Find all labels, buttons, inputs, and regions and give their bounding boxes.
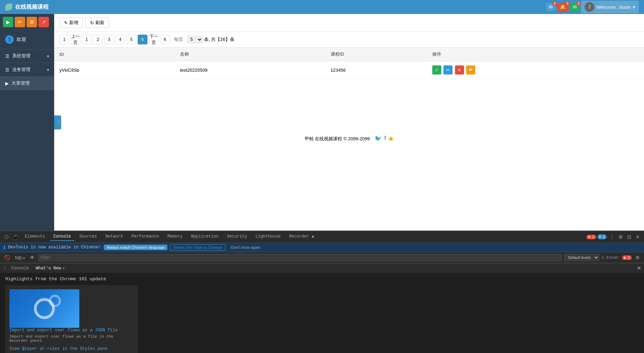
- tab-security[interactable]: Security: [224, 233, 251, 241]
- add-btn[interactable]: ✎ 新增: [59, 17, 83, 28]
- eye-icon-btn[interactable]: 👁: [28, 253, 36, 262]
- tab-lighthouse[interactable]: Lighthouse: [252, 233, 284, 241]
- chevron-down-icon2: ▾: [47, 68, 49, 72]
- tab-elements[interactable]: Elements: [21, 233, 49, 241]
- default-levels-select[interactable]: Default levels: [564, 254, 599, 261]
- page-5[interactable]: 5: [126, 35, 136, 44]
- play-quick-btn[interactable]: ▶: [3, 17, 13, 27]
- device-icon[interactable]: 📱: [11, 233, 20, 241]
- page-last[interactable]: 6: [160, 35, 170, 44]
- clear-console-btn[interactable]: 🚫: [3, 253, 12, 262]
- bottom-more-icon: ⋮: [3, 266, 7, 271]
- bottom-tab-console[interactable]: Console: [8, 265, 31, 271]
- page-prev[interactable]: 上一页: [71, 35, 80, 44]
- content-toolbar: ✎ 新增 ↻ 刷新: [54, 14, 644, 32]
- action-edit-btn[interactable]: ✏: [443, 65, 453, 75]
- chevron-down-icon: ▾: [47, 54, 49, 58]
- edit-quick-btn[interactable]: ✏: [15, 17, 25, 27]
- facebook-icon[interactable]: f: [384, 135, 386, 142]
- whats-new-content: Import and export user flows as a JSON f…: [5, 285, 639, 353]
- list-icon2: ☰: [5, 67, 9, 72]
- arrow-right-icon: ▶: [5, 81, 9, 86]
- data-table: ID 名称 课程ID 操作 yVkiC8Sb test20220509 1234…: [54, 48, 644, 79]
- inspect-icon[interactable]: ⬡: [3, 233, 10, 241]
- sidebar-collapse-btn[interactable]: 〈: [54, 115, 61, 129]
- tab-memory[interactable]: Memory: [164, 233, 186, 241]
- refresh-btn[interactable]: ↻ 刷新: [86, 17, 109, 28]
- per-page-select[interactable]: 5 10 20: [187, 36, 203, 43]
- tab-performance[interactable]: Performance: [128, 233, 162, 241]
- sidebar-user: 👤 欢迎: [0, 30, 54, 49]
- close-whats-new-btn[interactable]: ✕: [62, 266, 65, 270]
- sidebar-item-label-chapter: 大章管理: [12, 80, 30, 86]
- page-1[interactable]: 1: [82, 35, 92, 44]
- twitter-icon[interactable]: 🐦: [375, 135, 382, 142]
- total-info: 条, 共【26】条: [204, 36, 234, 43]
- devtools-close-btn[interactable]: ✕: [634, 233, 641, 241]
- info-icon: ℹ: [3, 245, 5, 250]
- col-header-course-id: 课程ID: [325, 48, 427, 61]
- close-bottom-panel-btn[interactable]: ✕: [637, 265, 641, 271]
- whats-new-link2-container: View @layer at-rules in the Styles pane: [9, 346, 134, 351]
- devtools-tabbar: ⬡ 📱 Elements Console Sources Network Per…: [0, 231, 644, 243]
- page-next[interactable]: 下一页: [149, 35, 159, 44]
- action-check-btn[interactable]: ✓: [432, 65, 441, 75]
- whats-new-desc1: Import and export user flows as a file i…: [9, 334, 134, 343]
- page-3[interactable]: 3: [104, 35, 114, 44]
- messages-badge: 4: [552, 1, 557, 6]
- whats-new-panel: Highlights from the Chrome 101 update Im…: [0, 273, 644, 353]
- quick-btns: ▶ ✏ ⚙ ↗: [0, 14, 54, 30]
- rss-icon[interactable]: ◉: [389, 135, 393, 142]
- tab-recorder[interactable]: Recorder ▲: [285, 233, 318, 241]
- devtools-bottom-tabs: ⋮ Console What's New ✕ ✕: [0, 263, 644, 273]
- always-match-btn[interactable]: Always match Chrome's language: [104, 245, 167, 250]
- whats-new-link1[interactable]: Import and export user flows as a JSON f…: [9, 328, 134, 333]
- col-header-id: ID: [54, 48, 175, 61]
- sidebar-item-chapter[interactable]: ▶ 大章管理: [0, 77, 54, 90]
- app-logo: 在线视频课程: [5, 3, 49, 11]
- console-settings-btn[interactable]: ⚙: [634, 253, 641, 262]
- user-icon: 👤: [5, 35, 14, 44]
- cell-name: test20220509: [175, 61, 325, 79]
- action-flag-btn[interactable]: ⚑: [466, 65, 475, 75]
- action-delete-btn[interactable]: ✕: [455, 65, 464, 75]
- tab-network[interactable]: Network: [102, 233, 126, 241]
- header-right: ✉ 4 🔔 8 ✉ 5 J Welcome, Jason ▾: [546, 1, 639, 13]
- switch-to-chinese-btn[interactable]: Switch Dev Tools to Chinese: [170, 244, 225, 250]
- page-4[interactable]: 4: [115, 35, 125, 44]
- devtools-more-btn[interactable]: ⋮: [608, 233, 616, 241]
- page-6-active[interactable]: 6: [138, 35, 147, 44]
- bell-btn[interactable]: 🔔 8: [557, 3, 569, 11]
- tab-console[interactable]: Console: [50, 233, 74, 241]
- bottom-tab-whats-new[interactable]: What's New ✕: [33, 265, 67, 271]
- footer-text: 甲蛙 在线视频课程 © 2099-2099: [305, 136, 370, 141]
- dont-show-again-btn[interactable]: Don't show again: [228, 245, 263, 250]
- refresh-icon: ↻: [90, 20, 94, 26]
- settings-quick-btn[interactable]: ⚙: [27, 17, 37, 27]
- notification-text: DevTools is now available in Chinese!: [8, 245, 101, 250]
- welcome-btn[interactable]: J Welcome, Jason ▾: [581, 1, 639, 13]
- add-label: 新增: [69, 20, 78, 26]
- whats-new-image: [9, 289, 79, 328]
- page-first[interactable]: 1: [59, 35, 69, 44]
- console-filter-input[interactable]: [38, 254, 562, 261]
- sidebar-item-system[interactable]: ☰ 系统管理 ▾: [0, 49, 54, 63]
- devtools-dock-btn[interactable]: ⊡: [626, 233, 633, 241]
- sidebar-item-business[interactable]: ☰ 业务管理 ▾: [0, 63, 54, 77]
- mail-btn[interactable]: ✉ 5: [570, 3, 580, 11]
- devtools-notification: ℹ DevTools is now available in Chinese! …: [0, 243, 644, 252]
- messages-btn[interactable]: ✉ 4: [546, 3, 556, 11]
- page-2[interactable]: 2: [93, 35, 103, 44]
- tab-application[interactable]: Application: [187, 233, 222, 241]
- whats-new-card: Import and export user flows as a JSON f…: [5, 285, 138, 353]
- whats-new-link2[interactable]: View @layer at-rules in the Styles pane: [9, 346, 134, 351]
- issue-badge-count: ▲ 1: [622, 255, 632, 260]
- footer-links: 🐦 f ◉: [375, 135, 393, 142]
- content-area: ✎ 新增 ↻ 刷新 1 上一页 1 2 3 4 5 6 下一页 6 每页 5 1…: [54, 14, 644, 231]
- tab-sources[interactable]: Sources: [76, 233, 100, 241]
- plus-icon: ✎: [64, 20, 68, 26]
- devtools-settings-btn[interactable]: ⚙: [617, 233, 624, 241]
- top-context-btn[interactable]: top ▾: [14, 253, 26, 262]
- leaf-icon: [5, 3, 12, 10]
- share-quick-btn[interactable]: ↗: [38, 17, 49, 27]
